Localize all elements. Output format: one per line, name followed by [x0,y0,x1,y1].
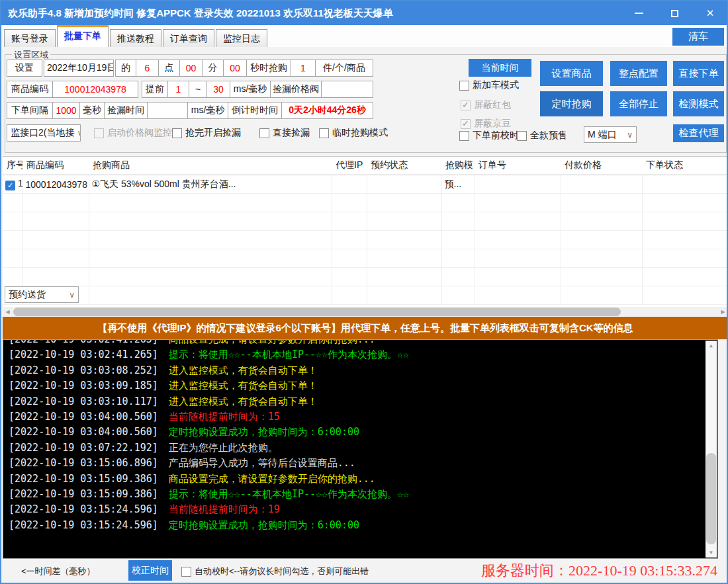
second-input[interactable]: 00 [223,60,247,77]
tilde-label: ~ [189,81,207,98]
scroll-right-icon[interactable]: ▶ [718,307,728,317]
delivery-mode-select[interactable]: 预约送货 ∨ [5,286,79,303]
tab[interactable]: 订单查询 [163,29,214,47]
price-monitor-checkbox[interactable]: 启动价格阀监控 [94,127,172,139]
set-product-button[interactable]: 设置商品 [540,61,603,86]
close-button[interactable]: ✕ [700,5,720,22]
vertical-scrollbar-thumb[interactable] [706,453,716,544]
column-header[interactable]: 付款价格 [561,157,642,175]
log-entry: [2022-10-19 03:02:41.265]商品设置完成，请设置好参数开启… [9,339,717,347]
sku-input[interactable]: 100012043978 [52,81,138,98]
minute-input[interactable]: 00 [179,60,203,77]
block-redpacket-checkbox[interactable]: 屏蔽红包 [461,99,511,111]
log-timestamp: [2022-10-19 03:15:24.596] [9,519,158,531]
timed-buy-button[interactable]: 定时抢购 [540,91,603,116]
after-loophole-checkbox[interactable]: 抢完开启捡漏 [172,127,241,139]
full-presale-checkbox[interactable]: 全款预售 [517,130,567,142]
tab-strip: 账号登录 批量下单 推送教程 订单查询 监控日志 [3,25,728,47]
checkbox-icon [517,131,527,141]
column-header[interactable]: 抢购模 [441,157,475,175]
minimize-button[interactable] [629,5,649,22]
window-controls: ✕ [629,1,720,25]
ms-label2: 毫秒 [79,102,105,119]
row-checkbox[interactable]: ✓ [5,181,15,190]
port-mode-value: M 端口 [588,129,617,141]
port-mode-select[interactable]: M 端口 ∨ [584,126,637,143]
empty-row [3,249,728,268]
auto-time-check-checkbox[interactable]: 自动校时<--请勿议长时间勾选，否则可能出错 [181,565,369,577]
log-message: 定时抢购设置成功，抢购时间为：6:00:00 [169,426,359,438]
checkbox-icon [461,101,471,110]
column-header[interactable]: 抢购商品 [89,157,332,175]
log-entry: [2022-10-19 03:03:08.252]进入监控模式，有货会自动下单！ [9,363,717,378]
scroll-up-icon[interactable]: ▲ [705,341,717,351]
column-header[interactable]: 序号 [3,157,23,175]
log-timestamp: [2022-10-19 03:15:24.596] [9,503,158,515]
checkbox-icon [172,128,182,138]
log-list: [2022-10-19 03:02:41.265]商品设置完成，请设置好参数开启… [3,339,717,533]
block-jdbean-checkbox[interactable]: 屏蔽京豆 [461,118,511,130]
clear-cart-button[interactable]: 清车 [672,28,724,46]
hour-input[interactable]: 6 [136,60,159,77]
log-entry: [2022-10-19 03:03:10.117]进入监控模式，有货会自动下单！ [9,394,717,409]
advance-from-input[interactable]: 1 [167,81,189,98]
column-header[interactable]: 下单状态 [642,157,728,175]
row-product: ①飞天 53%vol 500ml 贵州茅台酒... [89,175,332,194]
new-cart-mode-checkbox[interactable]: 新加车模式 [459,79,519,91]
scroll-left-icon[interactable]: ◀ [3,307,13,317]
column-header[interactable]: 订单号 [475,157,561,175]
direct-loophole-checkbox[interactable]: 直接捡漏 [259,127,310,139]
log-message: 当前随机提前时间为：19 [169,503,280,515]
checkbox-icon [319,128,329,138]
price-threshold-label: 捡漏价格阀 [270,81,322,98]
temp-mode-checkbox[interactable]: 临时抢购模式 [319,127,388,139]
spinner-arrows-icon[interactable]: ▲▼ [107,62,112,73]
row-reserve-status [367,175,441,194]
row-mode: 预... [441,175,475,194]
tab[interactable]: 账号登录 [4,29,56,47]
column-header[interactable]: 商品编码 [23,157,89,175]
maximize-button[interactable] [664,5,684,22]
checkbox-icon [461,119,471,129]
stop-all-button[interactable]: 全部停止 [610,91,667,116]
set-label: 设置 [7,60,42,77]
column-header[interactable]: 预约状态 [367,157,441,175]
current-time-button[interactable]: 当前时间 [469,59,531,77]
log-entry: [2022-10-19 03:04:00.560]当前随机提前时间为：15 [9,409,717,425]
loophole-time-input[interactable] [147,102,188,119]
interval-input[interactable]: 1000 [52,102,80,119]
scroll-down-icon[interactable]: ▼ [705,548,717,558]
tab[interactable]: 推送教程 [110,29,161,47]
log-message: 提示：将使用☆☆--本机本地IP--☆☆作为本次抢购。☆☆ [169,488,409,500]
log-timestamp: [2022-10-19 03:04:00.560] [9,426,158,438]
tab[interactable]: 监控日志 [216,29,267,47]
calibrate-time-button[interactable]: 校正时间 [128,560,172,581]
horizontal-scrollbar[interactable]: ◀ ▶ [3,307,728,317]
title-bar[interactable]: 欢乐助手4.8 新增加预约时间 修复APPCK 登录失效 20221013 欢乐… [1,1,727,25]
time-check-checkbox[interactable]: 下单前校时 [459,130,519,142]
listen-port-select[interactable]: 监接口2(当地接 ∨ [7,124,81,142]
log-timestamp: [2022-10-19 03:03:08.252] [9,364,158,376]
advance-label: 提前 [142,81,168,98]
server-time: 服务器时间：2022-10-19 03:15:33.274 [481,561,717,581]
horizontal-scrollbar-thumb[interactable] [13,308,621,316]
check-proxy-button[interactable]: 检查代理 [673,124,724,142]
vertical-scrollbar[interactable]: ▲ ▼ [705,341,717,558]
log-console[interactable]: [2022-10-19 03:02:41.265]商品设置完成，请设置好参数开启… [3,339,718,559]
price-threshold-input[interactable] [321,81,373,98]
date-spinner[interactable]: 2022年10月19日 ▲▼ [44,60,114,77]
direct-order-button[interactable]: 直接下单 [673,61,724,86]
column-header[interactable]: 代理IP [332,157,367,175]
advance-to-input[interactable]: 30 [206,81,230,98]
log-timestamp: [2022-10-19 03:03:09.185] [9,380,158,392]
tab[interactable]: 批量下单 [57,25,109,47]
detect-mode-button[interactable]: 检测模式 [673,91,724,116]
log-timestamp: [2022-10-19 03:02:41.265] [9,339,158,345]
quantity-input[interactable]: 1 [291,60,316,77]
log-entry: [2022-10-19 03:15:09.386]商品设置完成，请设置好参数开启… [9,472,717,487]
countdown-label: 倒计时时间 [228,102,282,119]
date-value: 2022年10月19日 [47,62,114,74]
table-row[interactable]: ✓1 100012043978 ①飞天 53%vol 500ml 贵州茅台酒..… [3,175,728,194]
log-entry: [2022-10-19 03:15:24.596]定时抢购设置成功，抢购时间为：… [9,518,717,533]
hour-config-button[interactable]: 整点配置 [610,61,667,86]
